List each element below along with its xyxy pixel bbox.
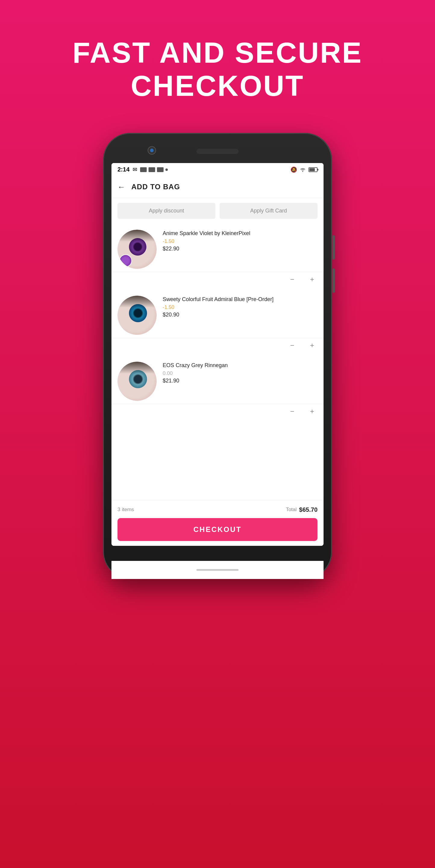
increase-qty-button-3[interactable]: + bbox=[307, 406, 317, 417]
item-name-3: EOS Crazy Grey Rinnegan bbox=[163, 362, 317, 369]
action-buttons-row: Apply discount Apply Gift Card bbox=[111, 198, 324, 224]
status-icons bbox=[140, 167, 168, 172]
item-controls-3: − + bbox=[111, 404, 324, 422]
items-count: 3 items bbox=[118, 507, 134, 513]
total-section: Total $65.70 bbox=[286, 506, 317, 513]
cart-item: Sweety Colorful Fruit Admiral Blue [Pre-… bbox=[111, 290, 324, 338]
decrease-qty-button-2[interactable]: − bbox=[287, 340, 298, 351]
product-image-3 bbox=[118, 362, 157, 401]
wifi-icon bbox=[299, 167, 306, 172]
lash-overlay-2 bbox=[118, 296, 157, 308]
apply-gift-card-button[interactable]: Apply Gift Card bbox=[220, 203, 317, 219]
decrease-qty-button-3[interactable]: − bbox=[287, 406, 298, 417]
item-info-3: EOS Crazy Grey Rinnegan 0.00 $21.90 bbox=[163, 362, 317, 384]
increase-qty-button-1[interactable]: + bbox=[307, 274, 317, 285]
status-left: 2:14 ✉ bbox=[118, 166, 168, 173]
item-controls-2: − + bbox=[111, 338, 324, 355]
items-total-row: 3 items Total $65.70 bbox=[118, 506, 317, 513]
item-price-1: $22.90 bbox=[163, 246, 317, 252]
sq-icon-3 bbox=[157, 167, 164, 172]
back-button[interactable]: ← bbox=[118, 182, 125, 192]
product-image-1 bbox=[118, 230, 157, 269]
status-bar: 2:14 ✉ 🔕 bbox=[111, 163, 324, 176]
list-spacer bbox=[111, 422, 324, 434]
apply-discount-button[interactable]: Apply discount bbox=[118, 203, 215, 219]
item-controls-1: − + bbox=[111, 272, 324, 290]
status-right: 🔕 bbox=[291, 166, 317, 173]
speaker bbox=[196, 149, 239, 154]
sq-icon-2 bbox=[148, 167, 155, 172]
phone-device: 2:14 ✉ 🔕 bbox=[103, 133, 332, 579]
sq-icon-1 bbox=[140, 167, 147, 172]
cart-item: Anime Sparkle Violet by KleinerPixel -1.… bbox=[111, 224, 324, 272]
lash-overlay-1 bbox=[118, 230, 157, 242]
side-button-2 bbox=[333, 269, 335, 293]
mail-icon: ✉ bbox=[133, 166, 137, 173]
eye-visual-3 bbox=[118, 362, 157, 401]
cart-footer: 3 items Total $65.70 CHECKOUT bbox=[111, 500, 324, 546]
phone-screen: 2:14 ✉ 🔕 bbox=[111, 163, 324, 546]
hero-title: FAST AND SECURE CHECKOUT bbox=[72, 0, 362, 103]
home-indicator bbox=[196, 569, 239, 571]
phone-bottom-bar bbox=[111, 561, 324, 579]
item-info-2: Sweety Colorful Fruit Admiral Blue [Pre-… bbox=[163, 296, 317, 318]
item-discount-2: -1.50 bbox=[163, 304, 317, 310]
total-amount: $65.70 bbox=[299, 506, 317, 513]
bell-icon: 🔕 bbox=[291, 166, 297, 173]
phone-shell: 2:14 ✉ 🔕 bbox=[103, 133, 332, 579]
battery-fill bbox=[309, 168, 315, 171]
cart-item: EOS Crazy Grey Rinnegan 0.00 $21.90 bbox=[111, 355, 324, 404]
item-name-1: Anime Sparkle Violet by KleinerPixel bbox=[163, 230, 317, 237]
total-label: Total bbox=[286, 507, 297, 513]
item-discount-3: 0.00 bbox=[163, 370, 317, 376]
camera-icon bbox=[147, 146, 156, 155]
battery-icon bbox=[308, 167, 317, 172]
product-image-2 bbox=[118, 296, 157, 335]
item-info-1: Anime Sparkle Violet by KleinerPixel -1.… bbox=[163, 230, 317, 252]
checkout-button[interactable]: CHECKOUT bbox=[118, 518, 317, 541]
app-header: ← ADD TO BAG bbox=[111, 176, 324, 198]
increase-qty-button-2[interactable]: + bbox=[307, 340, 317, 351]
decrease-qty-button-1[interactable]: − bbox=[287, 274, 298, 285]
dot-icon bbox=[165, 168, 168, 171]
cart-list: Anime Sparkle Violet by KleinerPixel -1.… bbox=[111, 224, 324, 500]
page-title: ADD TO BAG bbox=[131, 183, 180, 191]
item-name-2: Sweety Colorful Fruit Admiral Blue [Pre-… bbox=[163, 296, 317, 303]
side-button-1 bbox=[333, 236, 335, 259]
eye-visual-2 bbox=[118, 296, 157, 335]
product-badge-1 bbox=[119, 254, 132, 267]
status-time: 2:14 bbox=[118, 166, 130, 173]
item-discount-1: -1.50 bbox=[163, 239, 317, 244]
item-price-3: $21.90 bbox=[163, 378, 317, 384]
item-price-2: $20.90 bbox=[163, 312, 317, 318]
lash-overlay-3 bbox=[118, 362, 157, 374]
